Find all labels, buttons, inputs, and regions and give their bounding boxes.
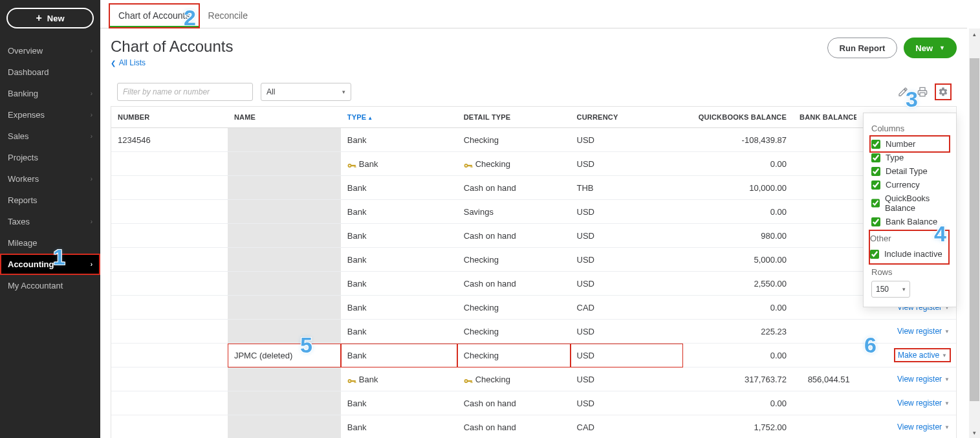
- cell-name: [228, 391, 341, 415]
- svg-rect-7: [468, 165, 472, 166]
- cell-type: Bank: [341, 176, 457, 200]
- include-inactive-input[interactable]: [870, 250, 879, 259]
- tab-chart-of-accounts[interactable]: Chart of Accounts: [109, 4, 199, 28]
- row-action-link[interactable]: View register ▼: [897, 375, 950, 384]
- cell-currency: USD: [571, 391, 684, 415]
- settings-gear-button[interactable]: [936, 85, 950, 99]
- cell-currency: USD: [571, 272, 684, 296]
- cell-number: [111, 320, 228, 344]
- cell-name: [228, 248, 341, 272]
- svg-point-6: [465, 165, 466, 166]
- nav-item-reports[interactable]: Reports: [0, 190, 100, 211]
- key-icon: [347, 377, 356, 383]
- svg-point-16: [465, 380, 466, 382]
- col-name[interactable]: NAME: [228, 107, 341, 128]
- cell-type: Bank: [341, 415, 457, 439]
- nav-item-taxes[interactable]: Taxes›: [0, 211, 100, 232]
- sort-asc-icon: ▲: [367, 115, 373, 121]
- nav-item-mileage[interactable]: Mileage: [0, 232, 100, 254]
- tab-reconcile[interactable]: Reconcile: [199, 4, 257, 28]
- nav-item-dashboard[interactable]: Dashboard: [0, 61, 100, 83]
- edit-icon[interactable]: [897, 86, 909, 98]
- checkbox-input[interactable]: [871, 217, 880, 226]
- new-account-button[interactable]: New ▼: [904, 38, 957, 58]
- column-toggle-type[interactable]: Type: [871, 151, 948, 164]
- scrollbar[interactable]: ▴ ▾: [969, 28, 980, 438]
- table-row: JPMC (deleted)BankCheckingUSD0.00Make ac…: [111, 344, 956, 367]
- cell-number: 1234546: [111, 128, 228, 152]
- popover-other-header: Other: [870, 234, 946, 243]
- col-currency[interactable]: CURRENCY: [571, 107, 684, 128]
- cell-bank-balance: [793, 415, 856, 439]
- column-toggle-bank-balance[interactable]: Bank Balance: [871, 215, 948, 228]
- cell-number: [111, 224, 228, 248]
- nav-item-expenses[interactable]: Expenses›: [0, 104, 100, 126]
- column-toggle-currency[interactable]: Currency: [871, 178, 948, 192]
- breadcrumb-all-lists[interactable]: ❮ All Lists: [111, 58, 233, 67]
- column-toggle-detail-type[interactable]: Detail Type: [871, 164, 948, 178]
- col-qb-balance[interactable]: QUICKBOOKS BALANCE: [683, 107, 793, 128]
- cell-detail-type: Cash on hand: [457, 224, 571, 248]
- cell-bank-balance: [793, 224, 856, 248]
- filter-input[interactable]: [117, 83, 253, 101]
- table-row: BankCheckingUSD0.00: [111, 152, 956, 176]
- cell-currency: USD: [571, 224, 684, 248]
- scroll-down-arrow[interactable]: ▾: [969, 427, 980, 438]
- redacted-name: [228, 272, 341, 295]
- col-bank-balance[interactable]: BANK BALANCE: [793, 107, 856, 128]
- cell-qb-balance: 0.00: [683, 344, 793, 367]
- chevron-down-icon: ▼: [944, 400, 950, 406]
- cell-qb-balance: 10,000.00: [683, 176, 793, 200]
- key-icon: [464, 161, 473, 168]
- checkbox-input[interactable]: [871, 181, 880, 190]
- scroll-up-arrow[interactable]: ▴: [969, 28, 980, 39]
- row-action-link[interactable]: View register ▼: [897, 327, 950, 336]
- nav-item-my-accountant[interactable]: My Accountant: [0, 275, 100, 296]
- column-toggle-quickbooks-balance[interactable]: QuickBooks Balance: [871, 192, 948, 215]
- chevron-right-icon: ›: [91, 261, 93, 268]
- nav-item-workers[interactable]: Workers›: [0, 168, 100, 190]
- checkbox-input[interactable]: [871, 167, 880, 176]
- checkbox-input[interactable]: [871, 153, 880, 162]
- accounts-table: NUMBER NAME TYPE▲ DETAIL TYPE CURRENCY Q…: [111, 106, 957, 438]
- column-toggle-number[interactable]: Number: [871, 137, 948, 151]
- nav-item-overview[interactable]: Overview›: [0, 40, 100, 61]
- cell-bank-balance: [793, 176, 856, 200]
- cell-qb-balance: 980.00: [683, 224, 793, 248]
- cell-qb-balance: 225.23: [683, 320, 793, 344]
- scope-select[interactable]: All ▾: [261, 83, 351, 101]
- nav-item-banking[interactable]: Banking›: [0, 83, 100, 104]
- cell-bank-balance: [793, 248, 856, 272]
- row-action-link[interactable]: View register ▼: [897, 422, 950, 432]
- redacted-name: [228, 391, 341, 415]
- cell-qb-balance: 0.00: [683, 152, 793, 176]
- table-row: BankCash on handUSD0.00View register ▼: [111, 391, 956, 415]
- table-row: BankCheckingUSD225.23View register ▼: [111, 320, 956, 344]
- checkbox-input[interactable]: [871, 199, 880, 208]
- svg-rect-17: [468, 380, 472, 382]
- cell-name: [228, 367, 341, 391]
- cell-name: [228, 200, 341, 224]
- tabbar: Chart of AccountsReconcile: [100, 0, 967, 28]
- scrollbar-thumb[interactable]: [970, 58, 979, 401]
- cell-detail-type: Savings: [457, 200, 571, 224]
- rows-select[interactable]: 150 ▾: [871, 281, 910, 298]
- row-action-link[interactable]: View register ▼: [897, 399, 950, 408]
- col-type[interactable]: TYPE▲: [341, 107, 457, 128]
- nav-item-projects[interactable]: Projects: [0, 147, 100, 168]
- cell-bank-balance: [793, 128, 856, 152]
- checkbox-input[interactable]: [871, 140, 880, 149]
- chevron-right-icon: ›: [91, 175, 93, 182]
- cell-number: [111, 296, 228, 320]
- row-action-link[interactable]: Make active ▼: [895, 349, 950, 361]
- col-number[interactable]: NUMBER: [111, 107, 228, 128]
- col-detail-type[interactable]: DETAIL TYPE: [457, 107, 571, 128]
- table-row: BankCash on handUSD980.00: [111, 224, 956, 248]
- nav-item-accounting[interactable]: Accounting›: [0, 254, 100, 275]
- include-inactive-checkbox[interactable]: Include inactive: [870, 247, 946, 261]
- new-button[interactable]: + New: [6, 8, 94, 28]
- nav-item-sales[interactable]: Sales›: [0, 126, 100, 147]
- cell-number: [111, 248, 228, 272]
- print-icon[interactable]: [917, 86, 928, 98]
- run-report-button[interactable]: Run Report: [827, 38, 898, 58]
